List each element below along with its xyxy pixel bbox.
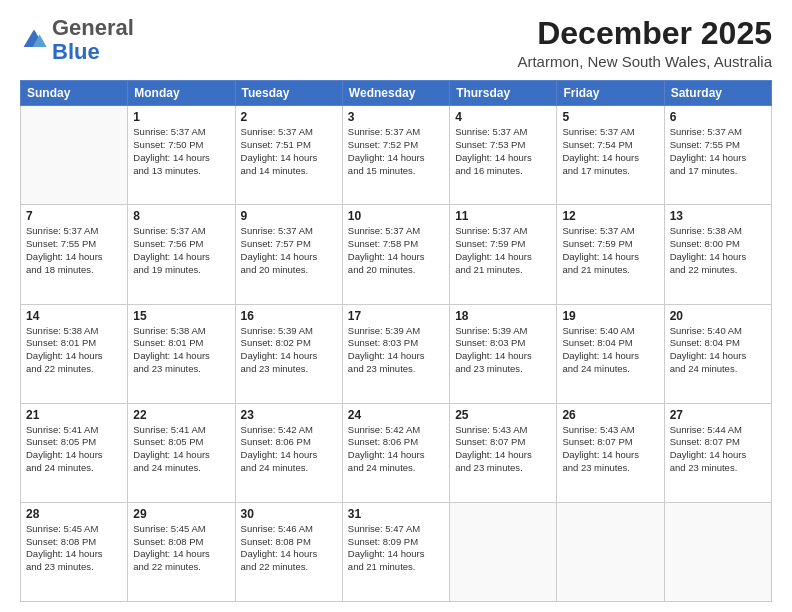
day-info: Sunrise: 5:37 AM Sunset: 7:55 PM Dayligh… — [26, 225, 122, 276]
day-number: 30 — [241, 507, 337, 521]
calendar-cell — [557, 502, 664, 601]
day-info: Sunrise: 5:37 AM Sunset: 7:54 PM Dayligh… — [562, 126, 658, 177]
logo-blue: Blue — [52, 39, 100, 64]
day-number: 27 — [670, 408, 766, 422]
calendar-header-row: SundayMondayTuesdayWednesdayThursdayFrid… — [21, 81, 772, 106]
day-number: 29 — [133, 507, 229, 521]
day-number: 19 — [562, 309, 658, 323]
day-info: Sunrise: 5:44 AM Sunset: 8:07 PM Dayligh… — [670, 424, 766, 475]
calendar-cell: 14Sunrise: 5:38 AM Sunset: 8:01 PM Dayli… — [21, 304, 128, 403]
logo-text: General Blue — [52, 16, 134, 64]
day-number: 2 — [241, 110, 337, 124]
calendar-cell: 6Sunrise: 5:37 AM Sunset: 7:55 PM Daylig… — [664, 106, 771, 205]
calendar-cell: 8Sunrise: 5:37 AM Sunset: 7:56 PM Daylig… — [128, 205, 235, 304]
calendar-cell: 11Sunrise: 5:37 AM Sunset: 7:59 PM Dayli… — [450, 205, 557, 304]
day-number: 13 — [670, 209, 766, 223]
day-number: 31 — [348, 507, 444, 521]
day-info: Sunrise: 5:41 AM Sunset: 8:05 PM Dayligh… — [26, 424, 122, 475]
calendar-cell: 31Sunrise: 5:47 AM Sunset: 8:09 PM Dayli… — [342, 502, 449, 601]
day-info: Sunrise: 5:42 AM Sunset: 8:06 PM Dayligh… — [348, 424, 444, 475]
day-info: Sunrise: 5:37 AM Sunset: 7:51 PM Dayligh… — [241, 126, 337, 177]
day-info: Sunrise: 5:37 AM Sunset: 7:58 PM Dayligh… — [348, 225, 444, 276]
calendar-cell: 30Sunrise: 5:46 AM Sunset: 8:08 PM Dayli… — [235, 502, 342, 601]
day-number: 16 — [241, 309, 337, 323]
calendar-cell: 15Sunrise: 5:38 AM Sunset: 8:01 PM Dayli… — [128, 304, 235, 403]
calendar-cell: 19Sunrise: 5:40 AM Sunset: 8:04 PM Dayli… — [557, 304, 664, 403]
calendar-cell: 5Sunrise: 5:37 AM Sunset: 7:54 PM Daylig… — [557, 106, 664, 205]
page: General Blue December 2025 Artarmon, New… — [0, 0, 792, 612]
day-info: Sunrise: 5:37 AM Sunset: 7:52 PM Dayligh… — [348, 126, 444, 177]
day-info: Sunrise: 5:37 AM Sunset: 7:55 PM Dayligh… — [670, 126, 766, 177]
day-number: 18 — [455, 309, 551, 323]
calendar-cell: 18Sunrise: 5:39 AM Sunset: 8:03 PM Dayli… — [450, 304, 557, 403]
day-number: 8 — [133, 209, 229, 223]
day-number: 10 — [348, 209, 444, 223]
calendar-cell: 13Sunrise: 5:38 AM Sunset: 8:00 PM Dayli… — [664, 205, 771, 304]
calendar-cell: 9Sunrise: 5:37 AM Sunset: 7:57 PM Daylig… — [235, 205, 342, 304]
day-info: Sunrise: 5:47 AM Sunset: 8:09 PM Dayligh… — [348, 523, 444, 574]
logo-icon — [20, 26, 48, 54]
day-info: Sunrise: 5:43 AM Sunset: 8:07 PM Dayligh… — [455, 424, 551, 475]
calendar-cell: 23Sunrise: 5:42 AM Sunset: 8:06 PM Dayli… — [235, 403, 342, 502]
day-info: Sunrise: 5:42 AM Sunset: 8:06 PM Dayligh… — [241, 424, 337, 475]
calendar-week-row: 14Sunrise: 5:38 AM Sunset: 8:01 PM Dayli… — [21, 304, 772, 403]
calendar-cell: 16Sunrise: 5:39 AM Sunset: 8:02 PM Dayli… — [235, 304, 342, 403]
day-number: 1 — [133, 110, 229, 124]
day-info: Sunrise: 5:39 AM Sunset: 8:03 PM Dayligh… — [455, 325, 551, 376]
day-number: 25 — [455, 408, 551, 422]
day-number: 12 — [562, 209, 658, 223]
day-number: 6 — [670, 110, 766, 124]
day-info: Sunrise: 5:37 AM Sunset: 7:59 PM Dayligh… — [562, 225, 658, 276]
calendar-cell — [21, 106, 128, 205]
day-info: Sunrise: 5:41 AM Sunset: 8:05 PM Dayligh… — [133, 424, 229, 475]
day-number: 20 — [670, 309, 766, 323]
calendar-week-row: 7Sunrise: 5:37 AM Sunset: 7:55 PM Daylig… — [21, 205, 772, 304]
calendar-week-row: 1Sunrise: 5:37 AM Sunset: 7:50 PM Daylig… — [21, 106, 772, 205]
calendar-cell: 21Sunrise: 5:41 AM Sunset: 8:05 PM Dayli… — [21, 403, 128, 502]
calendar-cell: 10Sunrise: 5:37 AM Sunset: 7:58 PM Dayli… — [342, 205, 449, 304]
location-title: Artarmon, New South Wales, Australia — [517, 53, 772, 70]
day-number: 22 — [133, 408, 229, 422]
calendar-week-row: 21Sunrise: 5:41 AM Sunset: 8:05 PM Dayli… — [21, 403, 772, 502]
day-info: Sunrise: 5:38 AM Sunset: 8:01 PM Dayligh… — [133, 325, 229, 376]
logo-general: General — [52, 15, 134, 40]
calendar-table: SundayMondayTuesdayWednesdayThursdayFrid… — [20, 80, 772, 602]
calendar-week-row: 28Sunrise: 5:45 AM Sunset: 8:08 PM Dayli… — [21, 502, 772, 601]
day-info: Sunrise: 5:39 AM Sunset: 8:03 PM Dayligh… — [348, 325, 444, 376]
day-number: 28 — [26, 507, 122, 521]
calendar-cell — [450, 502, 557, 601]
calendar-header-monday: Monday — [128, 81, 235, 106]
title-block: December 2025 Artarmon, New South Wales,… — [517, 16, 772, 70]
day-info: Sunrise: 5:39 AM Sunset: 8:02 PM Dayligh… — [241, 325, 337, 376]
day-info: Sunrise: 5:37 AM Sunset: 7:59 PM Dayligh… — [455, 225, 551, 276]
month-title: December 2025 — [517, 16, 772, 51]
calendar-cell: 29Sunrise: 5:45 AM Sunset: 8:08 PM Dayli… — [128, 502, 235, 601]
calendar-header-thursday: Thursday — [450, 81, 557, 106]
day-number: 3 — [348, 110, 444, 124]
day-number: 17 — [348, 309, 444, 323]
day-info: Sunrise: 5:37 AM Sunset: 7:50 PM Dayligh… — [133, 126, 229, 177]
day-info: Sunrise: 5:37 AM Sunset: 7:57 PM Dayligh… — [241, 225, 337, 276]
calendar-header-wednesday: Wednesday — [342, 81, 449, 106]
calendar-cell: 22Sunrise: 5:41 AM Sunset: 8:05 PM Dayli… — [128, 403, 235, 502]
day-number: 24 — [348, 408, 444, 422]
calendar-cell: 17Sunrise: 5:39 AM Sunset: 8:03 PM Dayli… — [342, 304, 449, 403]
calendar-cell: 26Sunrise: 5:43 AM Sunset: 8:07 PM Dayli… — [557, 403, 664, 502]
day-info: Sunrise: 5:38 AM Sunset: 8:00 PM Dayligh… — [670, 225, 766, 276]
day-number: 7 — [26, 209, 122, 223]
day-number: 23 — [241, 408, 337, 422]
day-number: 4 — [455, 110, 551, 124]
calendar-cell: 28Sunrise: 5:45 AM Sunset: 8:08 PM Dayli… — [21, 502, 128, 601]
calendar-cell — [664, 502, 771, 601]
calendar-header-friday: Friday — [557, 81, 664, 106]
calendar-header-tuesday: Tuesday — [235, 81, 342, 106]
day-info: Sunrise: 5:45 AM Sunset: 8:08 PM Dayligh… — [26, 523, 122, 574]
day-info: Sunrise: 5:37 AM Sunset: 7:56 PM Dayligh… — [133, 225, 229, 276]
header: General Blue December 2025 Artarmon, New… — [20, 16, 772, 70]
calendar-cell: 20Sunrise: 5:40 AM Sunset: 8:04 PM Dayli… — [664, 304, 771, 403]
calendar-cell: 3Sunrise: 5:37 AM Sunset: 7:52 PM Daylig… — [342, 106, 449, 205]
calendar-header-sunday: Sunday — [21, 81, 128, 106]
day-number: 26 — [562, 408, 658, 422]
calendar-cell: 4Sunrise: 5:37 AM Sunset: 7:53 PM Daylig… — [450, 106, 557, 205]
logo: General Blue — [20, 16, 134, 64]
